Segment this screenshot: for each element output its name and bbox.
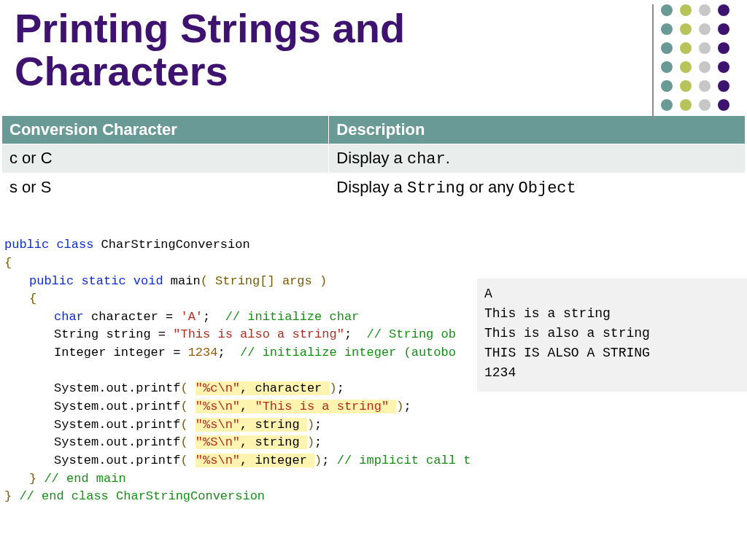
- decoration-dot: [699, 42, 711, 54]
- spec-cell: c or C: [2, 144, 329, 173]
- decoration-dot: [718, 80, 729, 92]
- table-row: s or S Display a String or any Object: [2, 173, 746, 202]
- decoration-dot: [661, 99, 673, 111]
- decoration-dot: [699, 23, 711, 35]
- decoration-dot: [718, 61, 729, 73]
- decoration-dot: [680, 4, 692, 16]
- decoration-dot: [680, 42, 692, 54]
- decoration-dot: [680, 80, 692, 92]
- decoration-dot: [661, 42, 673, 54]
- dot-grid-decoration: [661, 4, 734, 115]
- decoration-dot: [661, 23, 673, 35]
- desc-text: .: [446, 149, 450, 167]
- desc-text: Display a: [336, 178, 407, 196]
- desc-code: Object: [519, 179, 576, 198]
- decoration-dot: [661, 80, 673, 92]
- desc-cell: Display a String or any Object: [329, 173, 746, 202]
- decoration-dot: [699, 61, 711, 73]
- decoration-dot: [661, 61, 673, 73]
- table-row: c or C Display a char.: [2, 144, 746, 173]
- page-title: Printing Strings and Characters: [0, 0, 598, 93]
- decoration-dot: [699, 80, 711, 92]
- decoration-dot: [718, 42, 729, 54]
- decoration-dot: [680, 99, 692, 111]
- desc-cell: Display a char.: [329, 144, 746, 173]
- spec-cell: s or S: [2, 173, 329, 202]
- col-header-desc: Description: [329, 115, 746, 144]
- vertical-divider: [652, 4, 654, 120]
- conversion-table: Conversion Character Description c or C …: [1, 115, 746, 203]
- console-output: A This is a string This is also a string…: [477, 279, 747, 392]
- decoration-dot: [680, 61, 692, 73]
- decoration-dot: [699, 4, 711, 16]
- desc-code: char: [407, 150, 446, 168]
- desc-code: String: [407, 179, 465, 198]
- desc-text: or any: [465, 178, 518, 196]
- decoration-dot: [680, 23, 692, 35]
- code-block: public class CharStringConversion { publ…: [0, 219, 471, 506]
- desc-text: Display a: [336, 149, 407, 167]
- decoration-dot: [718, 23, 729, 35]
- decoration-dot: [718, 99, 729, 111]
- decoration-dot: [661, 4, 673, 16]
- col-header-spec: Conversion Character: [2, 115, 329, 144]
- decoration-dot: [718, 4, 729, 16]
- decoration-dot: [699, 99, 711, 111]
